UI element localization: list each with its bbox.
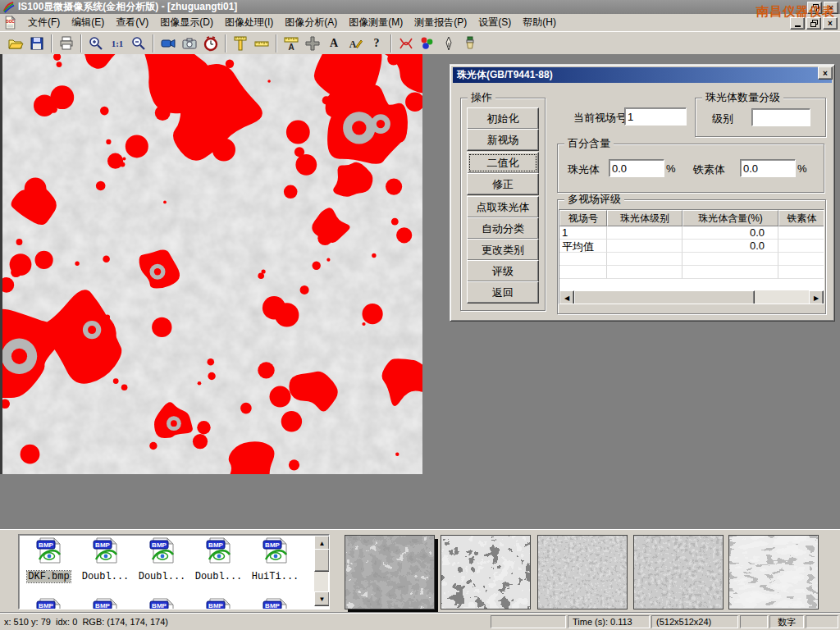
scroll-right-arrow-icon[interactable]: ▶ [809, 290, 824, 304]
menu-measure-report[interactable]: 测量报告(P) [409, 14, 472, 31]
pearlite-dialog: 珠光体(GB/T9441-88) × 操作 初始化 新视场 二值化 修正 点取珠… [450, 64, 835, 322]
timer-icon [203, 35, 219, 52]
col-field-number[interactable]: 视场号 [559, 210, 607, 226]
bmp-file-icon: BMP [35, 536, 63, 564]
rate-button[interactable]: 评级 [467, 260, 539, 282]
cell-field: 平均值 [559, 240, 607, 253]
dialog-title-bar[interactable]: 珠光体(GB/T9441-88) [453, 67, 832, 83]
file-item[interactable]: BMPDoubl... [77, 536, 134, 582]
col-pearlite-grade[interactable]: 珠光体级别 [607, 210, 682, 226]
level-label: 级别 [712, 112, 733, 126]
change-class-button[interactable]: 更改类别 [467, 239, 539, 261]
restore-icon [811, 4, 819, 11]
scroll-down-arrow-icon[interactable]: ▼ [314, 591, 330, 606]
return-button[interactable]: 返回 [467, 281, 539, 304]
file-list-scrollbar[interactable]: ▲ ▼ [314, 536, 328, 606]
open-button[interactable] [5, 34, 26, 53]
zoom-out-button[interactable] [128, 34, 149, 53]
thumbnail-3[interactable] [537, 535, 628, 609]
table-horizontal-scrollbar[interactable]: ◀ ▶ [559, 290, 824, 304]
thumbnail-4[interactable] [633, 535, 724, 609]
ferrite-percent-input[interactable]: 0.0 [740, 159, 796, 177]
metallograph-image[interactable] [0, 54, 422, 474]
menu-help[interactable]: 帮助(H) [517, 14, 562, 31]
child-minimize-button[interactable] [790, 17, 805, 30]
file-item[interactable]: BMPHuiTi... [247, 536, 304, 582]
multifield-group-label: 多视场评级 [564, 194, 624, 205]
table-row[interactable]: 1 0.0 [559, 226, 824, 240]
restore-button[interactable] [807, 2, 822, 14]
pearlite-percent-input[interactable]: 0.0 [609, 159, 664, 177]
probe-button[interactable] [438, 34, 459, 53]
help-button[interactable]: ? [366, 34, 387, 53]
menu-image-processing[interactable]: 图像处理(I) [219, 14, 279, 31]
child-restore-button[interactable] [806, 17, 821, 30]
measure-text-icon: A [283, 35, 299, 52]
actual-size-button[interactable]: 1:1 [107, 34, 128, 53]
menu-image-measure[interactable]: 图像测量(M) [343, 14, 409, 31]
thumbnail-2[interactable] [441, 535, 531, 609]
menu-file[interactable]: 文件(F) [22, 14, 66, 31]
one-to-one-icon: 1:1 [112, 39, 124, 48]
title-bar: IS100显微摄像系统(金相分析版) - [zhuguangti01] × [0, 0, 840, 14]
save-button[interactable] [26, 34, 48, 53]
file-item[interactable]: BMP [134, 597, 190, 609]
thumbnail-5[interactable] [728, 535, 819, 609]
print-button[interactable] [56, 34, 77, 53]
thumbnail-1[interactable] [345, 535, 435, 609]
new-field-button[interactable]: 新视场 [467, 129, 539, 151]
binarize-button[interactable]: 二值化 [467, 152, 539, 174]
file-item[interactable]: BMP [247, 597, 304, 609]
current-field-input[interactable]: 1 [624, 107, 687, 126]
bmp-file-icon: BMP [148, 536, 176, 564]
file-list[interactable]: BMPDKF.bmpBMPDoubl...BMPDoubl...BMPDoubl… [18, 534, 330, 609]
close-button[interactable]: × [824, 2, 838, 14]
brush-button[interactable] [459, 34, 481, 53]
close-icon: × [828, 20, 833, 28]
menu-view[interactable]: 查看(V) [110, 14, 154, 31]
menu-settings[interactable]: 设置(S) [472, 14, 517, 31]
level-input[interactable] [751, 108, 810, 126]
cell-content: 0.0 [682, 240, 778, 253]
file-item[interactable]: BMP [21, 597, 77, 609]
initialize-button[interactable]: 初始化 [467, 107, 539, 130]
file-item[interactable]: BMPDoubl... [190, 536, 247, 582]
col-ferrite[interactable]: 铁素体 [778, 210, 824, 226]
scroll-left-arrow-icon[interactable]: ◀ [559, 290, 574, 304]
annotate-icon: A [347, 35, 363, 52]
classify-balls-icon [419, 35, 436, 52]
timer-button[interactable] [200, 34, 221, 53]
scrollbar-thumb[interactable] [314, 549, 330, 572]
ruler-button[interactable] [251, 34, 272, 53]
pick-pearlite-button[interactable]: 点取珠光体 [467, 196, 539, 218]
curve-tool-button[interactable] [395, 34, 417, 53]
zoom-in-button[interactable] [85, 34, 107, 53]
dialog-close-button[interactable]: × [818, 66, 833, 80]
menu-edit[interactable]: 编辑(E) [66, 14, 110, 31]
caliper-button[interactable] [230, 34, 251, 53]
multifield-table[interactable]: 视场号 珠光体级别 珠光体含量(%) 铁素体 1 0.0 平均值 0.0 [559, 209, 824, 304]
file-item[interactable]: BMP [190, 597, 247, 609]
file-item[interactable]: BMPDoubl... [134, 536, 190, 582]
scrollbar-thumb[interactable] [574, 290, 755, 304]
col-pearlite-content[interactable]: 珠光体含量(%) [682, 210, 778, 226]
toolbar-separator [225, 34, 226, 52]
pan-button[interactable] [302, 34, 323, 53]
auto-classify-button[interactable]: 自动分类 [467, 217, 539, 240]
file-item[interactable]: BMPDKF.bmp [21, 536, 77, 582]
table-row[interactable]: 平均值 0.0 [559, 240, 824, 253]
classify-button[interactable] [417, 34, 438, 53]
video-capture-button[interactable] [158, 34, 179, 53]
child-close-button[interactable]: × [823, 17, 838, 30]
operation-group-label: 操作 [468, 92, 495, 103]
menu-image-analysis[interactable]: 图像分析(A) [279, 14, 343, 31]
correct-button[interactable]: 修正 [467, 173, 539, 195]
snapshot-button[interactable] [179, 34, 200, 53]
annotate-button[interactable]: A [345, 34, 366, 53]
scrollbar-track[interactable] [755, 290, 809, 304]
svg-text:BMP: BMP [265, 541, 280, 549]
measure-text-button[interactable]: A [281, 34, 302, 53]
file-item[interactable]: BMP [77, 597, 134, 609]
text-button[interactable]: A [323, 34, 345, 53]
menu-image-display[interactable]: 图像显示(D) [154, 14, 219, 31]
